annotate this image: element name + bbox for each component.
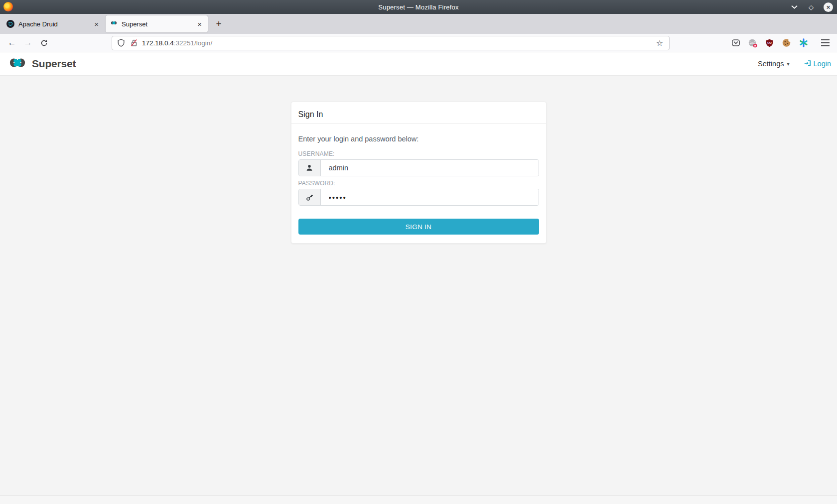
chevron-down-icon: ▾ xyxy=(787,61,789,67)
settings-menu[interactable]: Settings ▾ xyxy=(758,60,789,68)
browser-window: Superset — Mozilla Firefox ◇ × Apache Dr… xyxy=(0,0,837,504)
ublock-shield-icon[interactable]: UO xyxy=(765,38,774,48)
superset-logo-icon xyxy=(6,55,29,72)
pocket-icon[interactable] xyxy=(731,38,740,48)
superset-favicon-icon xyxy=(110,20,118,28)
card-body: Enter your login and password below: USE… xyxy=(291,124,546,243)
tab-bar: Apache Druid × Superset × + xyxy=(0,14,837,34)
window-title: Superset — Mozilla Firefox xyxy=(0,3,837,11)
window-titlebar: Superset — Mozilla Firefox ◇ × xyxy=(0,0,837,14)
password-label: PASSWORD: xyxy=(298,180,539,187)
login-link[interactable]: Login xyxy=(804,59,831,69)
tab-close-icon[interactable]: × xyxy=(195,20,204,28)
navbar-right: Settings ▾ Login xyxy=(758,59,831,69)
url-host: 172.18.0.4 xyxy=(142,39,174,47)
url-text[interactable]: 172.18.0.4:32251/login/ xyxy=(142,39,651,47)
back-button[interactable]: ← xyxy=(5,36,19,49)
user-icon xyxy=(299,160,321,176)
tab-close-icon[interactable]: × xyxy=(92,20,101,28)
close-button[interactable]: × xyxy=(824,2,833,12)
firefox-icon xyxy=(3,2,13,11)
password-input[interactable] xyxy=(321,189,539,205)
navigation-toolbar: ← → 172.18.0.4:32251/login/ ☆ xyxy=(0,34,837,52)
username-label: USERNAME: xyxy=(298,150,539,157)
brand-name: Superset xyxy=(32,58,76,70)
card-title: Sign In xyxy=(298,110,539,119)
maximize-button[interactable]: ◇ xyxy=(807,2,816,11)
username-input[interactable] xyxy=(321,160,539,176)
sign-in-icon xyxy=(804,59,812,69)
card-header: Sign In xyxy=(291,102,546,124)
reload-button[interactable] xyxy=(37,36,51,49)
shield-icon[interactable] xyxy=(116,38,126,48)
tab-label: Superset xyxy=(122,20,191,28)
insecure-lock-icon[interactable] xyxy=(129,38,139,48)
sign-in-button[interactable]: SIGN IN xyxy=(298,219,539,235)
ublock-badge-text: UO xyxy=(767,41,772,44)
tab-superset[interactable]: Superset × xyxy=(106,15,208,32)
tab-apache-druid[interactable]: Apache Druid × xyxy=(2,15,105,32)
forward-button: → xyxy=(21,36,35,49)
sign-in-card: Sign In Enter your login and password be… xyxy=(291,102,547,244)
bookmark-star-icon[interactable]: ☆ xyxy=(654,38,665,48)
toolbar-extension-icons: UO xyxy=(731,38,832,48)
asterisk-extension-icon[interactable] xyxy=(799,38,808,48)
superset-navbar: Superset Settings ▾ Login xyxy=(0,52,837,76)
key-icon xyxy=(299,189,321,205)
page-footer xyxy=(0,496,837,504)
tab-label: Apache Druid xyxy=(18,20,88,28)
new-tab-button[interactable]: + xyxy=(211,16,226,31)
login-label: Login xyxy=(814,60,831,68)
instruction-text: Enter your login and password below: xyxy=(298,135,539,143)
url-path: :32251/login/ xyxy=(174,39,212,47)
window-controls: ◇ × xyxy=(790,0,833,14)
superset-brand[interactable]: Superset xyxy=(6,55,76,72)
page-content: Sign In Enter your login and password be… xyxy=(0,76,837,496)
password-input-group xyxy=(298,189,539,206)
username-input-group xyxy=(298,159,539,176)
identity-disabled-icon[interactable] xyxy=(748,38,757,48)
druid-favicon-icon xyxy=(6,20,14,28)
cookie-icon[interactable] xyxy=(782,38,791,48)
settings-label: Settings xyxy=(758,60,784,68)
minimize-button[interactable] xyxy=(790,2,799,11)
url-bar[interactable]: 172.18.0.4:32251/login/ ☆ xyxy=(112,36,670,50)
menu-icon[interactable] xyxy=(821,38,830,48)
